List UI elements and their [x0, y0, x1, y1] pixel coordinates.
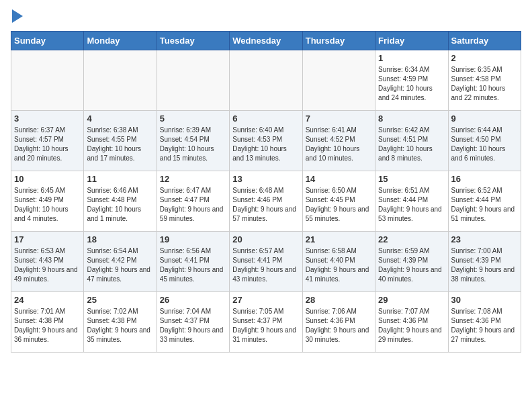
day-number: 8 — [378, 113, 445, 124]
calendar-cell: 23Sunrise: 7:00 AM Sunset: 4:39 PM Dayli… — [448, 232, 521, 292]
day-number: 1 — [378, 53, 445, 63]
logo — [11, 11, 23, 23]
day-number: 30 — [451, 295, 518, 305]
day-number: 4 — [87, 113, 153, 124]
day-number: 13 — [232, 174, 299, 184]
day-header-tuesday: Tuesday — [157, 32, 229, 50]
calendar-cell: 1Sunrise: 6:34 AM Sunset: 4:59 PM Daylig… — [375, 50, 448, 111]
day-info: Sunrise: 7:01 AM Sunset: 4:38 PM Dayligh… — [14, 307, 81, 345]
calendar-cell: 21Sunrise: 6:58 AM Sunset: 4:40 PM Dayli… — [302, 232, 375, 292]
day-info: Sunrise: 6:53 AM Sunset: 4:43 PM Dayligh… — [14, 246, 81, 284]
calendar-cell: 29Sunrise: 7:07 AM Sunset: 4:36 PM Dayli… — [375, 292, 448, 353]
calendar-table: SundayMondayTuesdayWednesdayThursdayFrid… — [11, 31, 521, 353]
day-number: 10 — [14, 174, 81, 184]
day-number: 29 — [378, 295, 445, 305]
calendar-cell: 14Sunrise: 6:50 AM Sunset: 4:45 PM Dayli… — [302, 171, 375, 232]
calendar-cell — [302, 50, 375, 111]
calendar-cell: 4Sunrise: 6:38 AM Sunset: 4:55 PM Daylig… — [84, 111, 157, 171]
day-info: Sunrise: 6:45 AM Sunset: 4:49 PM Dayligh… — [14, 186, 81, 224]
calendar-cell — [230, 50, 302, 111]
day-info: Sunrise: 6:35 AM Sunset: 4:58 PM Dayligh… — [451, 65, 518, 103]
day-info: Sunrise: 6:57 AM Sunset: 4:41 PM Dayligh… — [232, 246, 299, 284]
calendar-cell: 3Sunrise: 6:37 AM Sunset: 4:57 PM Daylig… — [11, 111, 84, 171]
day-info: Sunrise: 7:06 AM Sunset: 4:36 PM Dayligh… — [306, 307, 372, 345]
day-number: 18 — [87, 234, 153, 244]
day-number: 5 — [160, 113, 226, 124]
day-info: Sunrise: 7:05 AM Sunset: 4:37 PM Dayligh… — [232, 307, 299, 345]
calendar-cell: 8Sunrise: 6:42 AM Sunset: 4:51 PM Daylig… — [375, 111, 448, 171]
calendar-cell: 17Sunrise: 6:53 AM Sunset: 4:43 PM Dayli… — [11, 232, 84, 292]
day-number: 20 — [232, 234, 299, 244]
day-info: Sunrise: 6:40 AM Sunset: 4:53 PM Dayligh… — [232, 126, 299, 163]
day-info: Sunrise: 6:48 AM Sunset: 4:46 PM Dayligh… — [232, 186, 299, 224]
day-number: 28 — [306, 295, 372, 305]
calendar-cell: 11Sunrise: 6:46 AM Sunset: 4:48 PM Dayli… — [84, 171, 157, 232]
day-header-sunday: Sunday — [11, 32, 84, 50]
day-info: Sunrise: 7:07 AM Sunset: 4:36 PM Dayligh… — [378, 307, 445, 345]
day-number: 6 — [232, 113, 299, 124]
day-header-thursday: Thursday — [302, 32, 375, 50]
week-row-1: 1Sunrise: 6:34 AM Sunset: 4:59 PM Daylig… — [11, 50, 521, 111]
calendar-cell: 16Sunrise: 6:52 AM Sunset: 4:44 PM Dayli… — [448, 171, 521, 232]
day-number: 11 — [87, 174, 153, 184]
day-number: 12 — [160, 174, 226, 184]
day-info: Sunrise: 6:50 AM Sunset: 4:45 PM Dayligh… — [306, 186, 372, 224]
day-number: 26 — [160, 295, 226, 305]
day-info: Sunrise: 7:00 AM Sunset: 4:39 PM Dayligh… — [451, 246, 518, 284]
day-number: 14 — [306, 174, 372, 184]
day-info: Sunrise: 6:37 AM Sunset: 4:57 PM Dayligh… — [14, 126, 81, 163]
day-info: Sunrise: 6:39 AM Sunset: 4:54 PM Dayligh… — [160, 126, 226, 163]
calendar-cell: 9Sunrise: 6:44 AM Sunset: 4:50 PM Daylig… — [448, 111, 521, 171]
day-number: 7 — [306, 113, 372, 124]
calendar-cell: 25Sunrise: 7:02 AM Sunset: 4:38 PM Dayli… — [84, 292, 157, 353]
calendar-cell: 20Sunrise: 6:57 AM Sunset: 4:41 PM Dayli… — [230, 232, 302, 292]
day-info: Sunrise: 6:56 AM Sunset: 4:41 PM Dayligh… — [160, 246, 226, 284]
day-info: Sunrise: 7:02 AM Sunset: 4:38 PM Dayligh… — [87, 307, 153, 345]
logo-arrow-icon — [12, 9, 23, 23]
day-info: Sunrise: 6:44 AM Sunset: 4:50 PM Dayligh… — [451, 126, 518, 163]
day-info: Sunrise: 6:38 AM Sunset: 4:55 PM Dayligh… — [87, 126, 153, 163]
day-number: 24 — [14, 295, 81, 305]
day-number: 16 — [451, 174, 518, 184]
day-info: Sunrise: 6:52 AM Sunset: 4:44 PM Dayligh… — [451, 186, 518, 224]
calendar-cell: 30Sunrise: 7:08 AM Sunset: 4:36 PM Dayli… — [448, 292, 521, 353]
day-info: Sunrise: 6:46 AM Sunset: 4:48 PM Dayligh… — [87, 186, 153, 224]
week-row-3: 10Sunrise: 6:45 AM Sunset: 4:49 PM Dayli… — [11, 171, 521, 232]
calendar-cell: 19Sunrise: 6:56 AM Sunset: 4:41 PM Dayli… — [157, 232, 229, 292]
week-row-4: 17Sunrise: 6:53 AM Sunset: 4:43 PM Dayli… — [11, 232, 521, 292]
day-info: Sunrise: 6:54 AM Sunset: 4:42 PM Dayligh… — [87, 246, 153, 284]
day-number: 21 — [306, 234, 372, 244]
day-number: 9 — [451, 113, 518, 124]
day-number: 25 — [87, 295, 153, 305]
day-number: 23 — [451, 234, 518, 244]
calendar-cell: 26Sunrise: 7:04 AM Sunset: 4:37 PM Dayli… — [157, 292, 229, 353]
calendar-cell: 13Sunrise: 6:48 AM Sunset: 4:46 PM Dayli… — [230, 171, 302, 232]
calendar-cell: 7Sunrise: 6:41 AM Sunset: 4:52 PM Daylig… — [302, 111, 375, 171]
day-info: Sunrise: 6:34 AM Sunset: 4:59 PM Dayligh… — [378, 65, 445, 103]
calendar-cell: 15Sunrise: 6:51 AM Sunset: 4:44 PM Dayli… — [375, 171, 448, 232]
calendar-cell: 27Sunrise: 7:05 AM Sunset: 4:37 PM Dayli… — [230, 292, 302, 353]
day-info: Sunrise: 7:08 AM Sunset: 4:36 PM Dayligh… — [451, 307, 518, 345]
day-info: Sunrise: 6:42 AM Sunset: 4:51 PM Dayligh… — [378, 126, 445, 163]
day-number: 27 — [232, 295, 299, 305]
day-number: 15 — [378, 174, 445, 184]
calendar-cell: 28Sunrise: 7:06 AM Sunset: 4:36 PM Dayli… — [302, 292, 375, 353]
calendar-cell: 2Sunrise: 6:35 AM Sunset: 4:58 PM Daylig… — [448, 50, 521, 111]
day-info: Sunrise: 7:04 AM Sunset: 4:37 PM Dayligh… — [160, 307, 226, 345]
day-number: 19 — [160, 234, 226, 244]
calendar-cell: 12Sunrise: 6:47 AM Sunset: 4:47 PM Dayli… — [157, 171, 229, 232]
day-header-saturday: Saturday — [448, 32, 521, 50]
calendar-cell: 24Sunrise: 7:01 AM Sunset: 4:38 PM Dayli… — [11, 292, 84, 353]
day-info: Sunrise: 6:41 AM Sunset: 4:52 PM Dayligh… — [306, 126, 372, 163]
day-header-friday: Friday — [375, 32, 448, 50]
day-number: 17 — [14, 234, 81, 244]
day-number: 3 — [14, 113, 81, 124]
calendar-cell: 5Sunrise: 6:39 AM Sunset: 4:54 PM Daylig… — [157, 111, 229, 171]
calendar-cell: 22Sunrise: 6:59 AM Sunset: 4:39 PM Dayli… — [375, 232, 448, 292]
day-info: Sunrise: 6:58 AM Sunset: 4:40 PM Dayligh… — [306, 246, 372, 284]
calendar-cell — [157, 50, 229, 111]
day-number: 2 — [451, 53, 518, 63]
calendar-cell: 6Sunrise: 6:40 AM Sunset: 4:53 PM Daylig… — [230, 111, 302, 171]
header — [11, 11, 521, 23]
day-header-monday: Monday — [84, 32, 157, 50]
